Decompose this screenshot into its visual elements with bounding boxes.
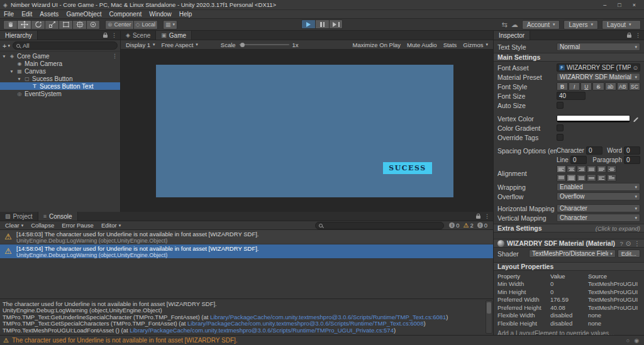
panel-menu-icon[interactable]: ⋮ [484,213,490,219]
italic-button[interactable]: I [569,82,580,90]
maximize-on-play-button[interactable]: Maximize On Play [350,41,404,49]
tree-item-canvas[interactable]: ▼ ▦ Canvas [0,67,120,75]
menu-item-assets[interactable]: Assets [36,11,62,18]
expand-arrow-icon[interactable]: ▼ [1,54,7,58]
detail-scrollbar[interactable] [486,300,492,334]
collab-icon[interactable]: ⇆ [502,21,508,29]
console-entry[interactable]: ⚠ [14:58:03] The character used for Unde… [0,230,493,244]
play-button[interactable] [301,19,315,29]
overflow-dropdown[interactable]: Overflow▾ [557,192,640,200]
create-object-button[interactable]: +▾ [3,42,10,50]
step-button[interactable] [329,19,343,29]
file-link[interactable]: Library/PackageCache/com.unity.textmeshp… [187,320,423,327]
layers-dropdown[interactable]: Layers▾ [564,20,598,30]
file-link[interactable]: Library/PackageCache/com.unity.textmeshp… [130,327,394,334]
file-link[interactable]: Library/PackageCache/com.unity.textmeshp… [210,314,446,320]
tree-item-scene[interactable]: ▼ ◈ Core Game ⋮ [0,52,120,60]
rotate-tool-button[interactable] [31,20,45,30]
gizmos-dropdown[interactable]: Gizmos▾ [460,41,491,49]
vertex-color-field[interactable] [557,115,630,123]
align-bottom-button[interactable] [577,174,586,182]
menu-item-window[interactable]: Window [145,11,175,18]
align-right-button[interactable] [577,165,586,173]
align-left-button[interactable] [557,165,566,173]
tree-item-sucess-button-text[interactable]: T Sucess Button Text [0,82,120,90]
error-count-badge[interactable]: !0 [477,222,487,229]
line-spacing-input[interactable]: 0 [570,156,587,164]
scale-slider[interactable] [239,44,289,45]
hierarchy-search-input[interactable]: All [13,41,118,50]
tab-console[interactable]: ≡Console [38,212,78,221]
scrollbar-thumb[interactable] [487,302,491,314]
tab-scene[interactable]: ◈Scene [121,31,156,40]
grid-snap-button[interactable]: ▦▾ [163,20,177,30]
lock-icon[interactable] [476,216,480,219]
minimize-button[interactable]: – [603,2,606,8]
console-entry-selected[interactable]: ⚠ [14:58:04] The character used for Unde… [0,244,493,259]
display-dropdown[interactable]: Display 1▾ [123,41,158,49]
main-settings-header[interactable]: Main Settings [494,53,644,62]
pause-button[interactable] [315,19,329,29]
custom-tool-button[interactable] [86,20,100,30]
menu-item-component[interactable]: Component [106,11,146,18]
mute-audio-button[interactable]: Mute Audio [404,41,440,49]
scale-slider-knob[interactable] [240,43,245,47]
font-size-input[interactable]: 40 [557,92,586,100]
bold-button[interactable]: B [557,82,568,90]
close-button[interactable]: × [633,2,636,8]
account-dropdown[interactable]: Account▾ [522,20,560,30]
align-justify-button[interactable] [587,165,596,173]
vertical-mapping-dropdown[interactable]: Character▾ [557,214,640,222]
scene-options-icon[interactable]: ⋮ [112,53,118,59]
tree-item-eventsystem[interactable]: ◎ EventSystem [0,90,120,97]
editor-dropdown[interactable]: Editor▾ [98,222,124,229]
override-tags-checkbox[interactable] [557,134,564,141]
material-preset-dropdown[interactable]: WIZARDRY SDF Material▾ [557,73,640,81]
wrapping-dropdown[interactable]: Enabled▾ [557,183,640,191]
expand-arrow-icon[interactable]: ▼ [16,77,22,81]
info-count-badge[interactable]: i0 [449,222,459,229]
expand-arrow-icon[interactable]: ▼ [9,69,14,74]
word-spacing-input[interactable]: 0 [624,146,640,155]
transform-tool-button[interactable] [72,20,86,30]
help-icon[interactable]: ? [619,240,623,247]
object-picker-icon[interactable]: ⊙ [633,65,638,71]
align-capline-button[interactable] [607,174,616,182]
font-asset-field[interactable]: F WIZARDRY SDF (TMP_Font A ⊙ [557,63,640,72]
eyedropper-button[interactable] [631,114,640,123]
align-flush-button[interactable] [597,165,606,173]
lock-icon[interactable] [627,35,631,38]
horizontal-mapping-dropdown[interactable]: Character▾ [557,204,640,212]
move-tool-button[interactable] [17,20,31,30]
uppercase-button[interactable]: AB [617,82,628,90]
paragraph-spacing-input[interactable]: 0 [624,156,640,164]
tab-inspector[interactable]: Inspector [494,31,530,40]
aspect-dropdown[interactable]: Free Aspect▾ [159,41,201,49]
status-bar[interactable]: ⚠ The character used for Underline is no… [0,335,644,345]
material-header[interactable]: WIZARDRY SDF Material (Material) ? ⊙ ⋮ [494,239,644,248]
tab-game[interactable]: ▣Game [156,31,192,40]
maximize-button[interactable]: □ [618,2,621,8]
pivot-toggle-button[interactable]: ⊕Center [105,20,133,30]
clear-button[interactable]: Clear▾ [2,222,26,229]
panel-menu-icon[interactable]: ⋮ [111,32,117,38]
align-geometry-button[interactable] [607,165,616,173]
shader-edit-button[interactable]: Edit... [618,249,640,258]
preset-icon[interactable]: ⊙ [626,239,631,247]
menu-item-edit[interactable]: Edit [18,11,36,18]
character-spacing-input[interactable]: 0 [586,146,602,155]
console-search-input[interactable] [315,222,444,229]
color-gradient-checkbox[interactable] [557,124,564,131]
cloud-icon[interactable]: ☁ [511,21,518,29]
scale-tool-button[interactable] [45,20,58,30]
tab-project[interactable]: ▨Project [0,212,38,221]
auto-size-checkbox[interactable] [557,102,564,109]
progress-icon[interactable]: ◉ [634,337,639,344]
success-button[interactable]: SUCESS [383,162,432,174]
shader-dropdown[interactable]: TextMeshPro/Distance Field▾ [529,249,616,258]
menu-item-file[interactable]: File [0,11,18,18]
align-baseline-button[interactable] [587,174,596,182]
text-style-dropdown[interactable]: Normal▾ [557,43,640,51]
collapse-button[interactable]: Collapse [28,222,57,229]
stats-button[interactable]: Stats [441,41,460,49]
